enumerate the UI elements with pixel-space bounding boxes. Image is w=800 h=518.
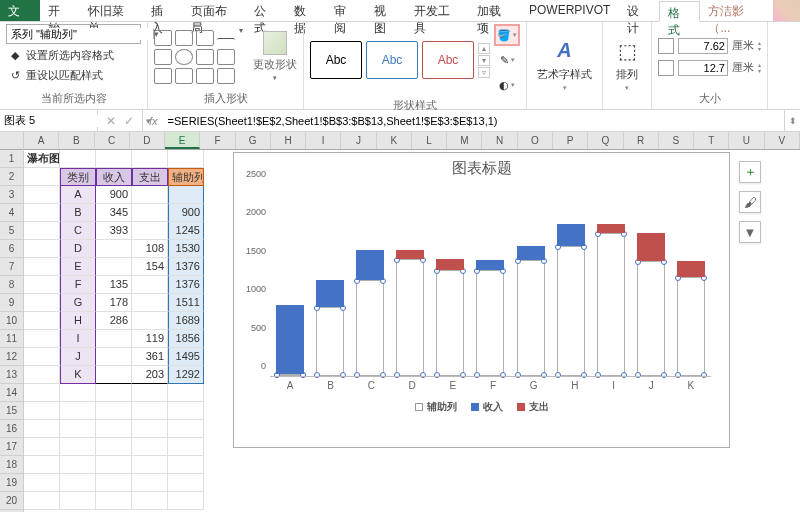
name-box[interactable]: ▾ [0, 110, 98, 131]
height-input[interactable] [678, 38, 728, 54]
cell[interactable] [24, 204, 60, 222]
cell[interactable] [132, 456, 168, 474]
bar-group[interactable] [557, 224, 585, 376]
tab-developer[interactable]: 开发工具 [406, 0, 469, 21]
cell[interactable]: J [60, 348, 96, 366]
chart-plot-area[interactable]: 05001000150020002500 ABCDEFGHIJK [270, 184, 711, 394]
shapes-gallery[interactable] [154, 30, 235, 84]
col-header[interactable]: T [694, 132, 729, 149]
col-header[interactable]: V [765, 132, 800, 149]
col-header[interactable]: D [130, 132, 165, 149]
chart-elements-button[interactable]: ＋ [739, 161, 761, 183]
formula-expand-icon[interactable]: ⬍ [784, 110, 800, 131]
cell[interactable] [60, 438, 96, 456]
cell[interactable]: A [60, 186, 96, 204]
cell[interactable] [24, 438, 60, 456]
col-header[interactable]: Q [588, 132, 623, 149]
shape-style-red[interactable]: Abc [422, 41, 474, 79]
cell[interactable]: 1376 [168, 258, 204, 276]
row-header[interactable]: 19 [0, 474, 23, 492]
col-header[interactable]: M [447, 132, 482, 149]
chart-legend[interactable]: 辅助列 收入 支出 [234, 398, 729, 416]
cell[interactable]: 286 [96, 312, 132, 330]
col-header[interactable]: P [553, 132, 588, 149]
bar-group[interactable] [396, 250, 424, 376]
cell[interactable]: 135 [96, 276, 132, 294]
cell[interactable]: H [60, 312, 96, 330]
height-spinner[interactable]: ▴▾ [758, 40, 761, 52]
cancel-icon[interactable]: ✕ [106, 114, 116, 128]
cell[interactable]: 203 [132, 366, 168, 384]
shape-style-blue[interactable]: Abc [366, 41, 418, 79]
chart-filter-button[interactable]: ▼ [739, 221, 761, 243]
col-header[interactable]: G [236, 132, 271, 149]
cell[interactable] [24, 312, 60, 330]
col-header[interactable]: R [624, 132, 659, 149]
cell[interactable] [60, 402, 96, 420]
cell[interactable] [132, 474, 168, 492]
cell[interactable] [60, 474, 96, 492]
cell[interactable] [24, 330, 60, 348]
bar-group[interactable] [276, 305, 304, 376]
tab-data[interactable]: 数据 [286, 0, 326, 21]
shape-style-black[interactable]: Abc [310, 41, 362, 79]
col-header[interactable]: L [412, 132, 447, 149]
cell[interactable] [132, 186, 168, 204]
row-header[interactable]: 20 [0, 492, 23, 510]
row-header[interactable]: 17 [0, 438, 23, 456]
col-header[interactable]: F [200, 132, 235, 149]
cell[interactable]: B [60, 204, 96, 222]
tab-insert[interactable]: 插入 [143, 0, 183, 21]
cell[interactable] [96, 492, 132, 510]
cell[interactable] [60, 492, 96, 510]
tab-legacy[interactable]: 怀旧菜单 [80, 0, 143, 21]
chart-object[interactable]: 图表标题 05001000150020002500 ABCDEFGHIJK 辅助… [233, 152, 730, 448]
cell[interactable] [24, 240, 60, 258]
cell[interactable] [132, 384, 168, 402]
cell[interactable]: 1530 [168, 240, 204, 258]
col-header[interactable]: A [24, 132, 59, 149]
fx-icon[interactable]: fx [143, 110, 164, 131]
row-header[interactable]: 11 [0, 330, 23, 348]
cell[interactable]: F [60, 276, 96, 294]
col-header[interactable]: I [306, 132, 341, 149]
row-header[interactable]: 14 [0, 384, 23, 402]
bar-group[interactable] [476, 260, 504, 376]
tab-review[interactable]: 审阅 [326, 0, 366, 21]
bar-group[interactable] [597, 224, 625, 376]
shape-outline-button[interactable]: ✎▾ [494, 49, 520, 71]
col-header[interactable]: C [95, 132, 130, 149]
col-header[interactable]: N [482, 132, 517, 149]
format-selection-button[interactable]: ◆ 设置所选内容格式 [6, 47, 141, 64]
cell[interactable]: 345 [96, 204, 132, 222]
col-header[interactable]: B [59, 132, 94, 149]
col-header[interactable]: U [729, 132, 764, 149]
tab-powerpivot[interactable]: POWERPIVOT [521, 0, 619, 21]
cell[interactable] [168, 438, 204, 456]
cell[interactable]: 支出 [132, 168, 168, 186]
cell[interactable] [168, 456, 204, 474]
cell[interactable] [132, 150, 168, 168]
tab-file[interactable]: 文件 [0, 0, 40, 21]
cell[interactable] [24, 366, 60, 384]
bar-group[interactable] [356, 250, 384, 376]
cell[interactable]: 收入 [96, 168, 132, 186]
cell[interactable] [24, 474, 60, 492]
cell[interactable] [24, 348, 60, 366]
user-name[interactable]: 方洁影（... [700, 0, 773, 21]
cell[interactable] [132, 294, 168, 312]
row-header[interactable]: 4 [0, 204, 23, 222]
cell[interactable] [24, 420, 60, 438]
cell[interactable] [24, 258, 60, 276]
cell[interactable] [96, 402, 132, 420]
chart-styles-button[interactable]: 🖌 [739, 191, 761, 213]
cell[interactable] [168, 420, 204, 438]
cell[interactable] [96, 366, 132, 384]
cell[interactable]: 1245 [168, 222, 204, 240]
cells-area[interactable]: 瀑布图 类别收入支出辅助列A900B345900C3931245D1081530… [24, 150, 800, 510]
row-header[interactable]: 15 [0, 402, 23, 420]
row-header[interactable]: 5 [0, 222, 23, 240]
cell[interactable] [24, 168, 60, 186]
tab-pagelayout[interactable]: 页面布局 [183, 0, 246, 21]
shape-fill-button[interactable]: 🪣▾ [494, 24, 520, 46]
